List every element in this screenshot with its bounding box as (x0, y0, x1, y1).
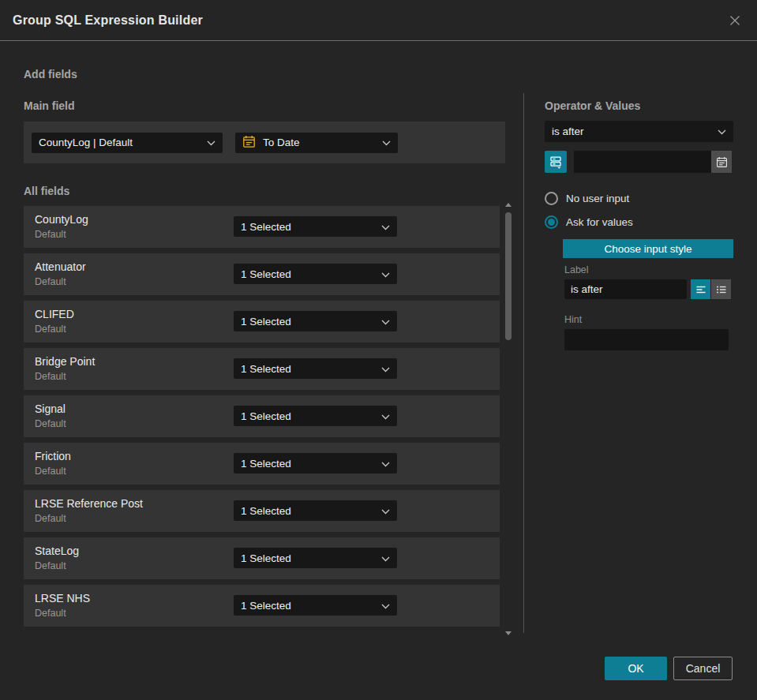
operator-values-panel: Operator & Values is after (545, 99, 733, 350)
radio-no-user-input[interactable]: No user input (545, 192, 733, 205)
field-row-attenuator: Attenuator Default 1 Selected (24, 253, 500, 295)
hint-input[interactable] (564, 329, 729, 350)
field-selected-dropdown[interactable]: 1 Selected (234, 311, 397, 331)
field-selected-dropdown[interactable]: 1 Selected (234, 264, 397, 284)
list-icon[interactable] (711, 279, 731, 299)
chevron-down-icon (381, 505, 390, 517)
field-selected-dropdown[interactable]: 1 Selected (234, 500, 397, 521)
value-input[interactable] (574, 151, 711, 173)
dialog-title: Group SQL Expression Builder (13, 13, 203, 28)
chevron-down-icon (381, 316, 390, 328)
calendar-picker-icon[interactable] (711, 151, 732, 173)
calendar-icon (242, 135, 256, 151)
operator-values-heading: Operator & Values (545, 99, 733, 112)
all-fields-heading: All fields (24, 185, 69, 197)
radio-icon (545, 192, 558, 205)
ok-button[interactable]: OK (605, 657, 667, 680)
field-selected-value: 1 Selected (241, 505, 291, 517)
field-selected-dropdown[interactable]: 1 Selected (234, 358, 397, 379)
operator-dropdown[interactable]: is after (545, 121, 733, 142)
all-fields-list: CountyLog Default 1 Selected Attenuator … (24, 206, 500, 627)
date-mode-dropdown-value: To Date (263, 137, 300, 148)
field-row-statelog: StateLog Default 1 Selected (24, 537, 500, 579)
chevron-down-icon (381, 458, 390, 470)
chevron-down-icon (381, 552, 390, 564)
field-row-countylog: CountyLog Default 1 Selected (24, 206, 500, 248)
date-mode-dropdown[interactable]: To Date (235, 133, 398, 153)
chevron-down-icon (381, 363, 390, 375)
label-caption: Label (564, 264, 733, 275)
field-row-signal: Signal Default 1 Selected (24, 395, 500, 437)
radio-ask-for-values[interactable]: Ask for values (545, 215, 733, 229)
radio-selected-icon (545, 215, 558, 229)
main-field-dropdown-value: CountyLog | Default (39, 137, 133, 148)
field-row-bridge-point: Bridge Point Default 1 Selected (24, 348, 500, 390)
chevron-down-icon (381, 268, 390, 280)
choose-input-style-button[interactable]: Choose input style (563, 239, 733, 258)
operator-dropdown-value: is after (552, 125, 584, 137)
group-sql-expression-builder-dialog: Group SQL Expression Builder Add fields … (0, 0, 757, 700)
chevron-down-icon (381, 410, 390, 422)
chevron-down-icon (207, 137, 215, 148)
hint-caption: Hint (564, 314, 733, 325)
radio-label: No user input (566, 193, 629, 204)
chevron-down-icon (718, 125, 726, 137)
field-selected-value: 1 Selected (241, 600, 291, 612)
field-selected-value: 1 Selected (241, 221, 291, 233)
radio-label: Ask for values (566, 216, 633, 228)
field-selected-value: 1 Selected (241, 268, 291, 280)
close-icon[interactable] (725, 11, 744, 30)
field-selected-value: 1 Selected (241, 552, 291, 564)
field-selected-dropdown[interactable]: 1 Selected (234, 453, 397, 474)
field-selected-value: 1 Selected (241, 363, 291, 375)
main-field-heading: Main field (24, 99, 75, 112)
add-fields-heading: Add fields (24, 68, 77, 80)
field-row-clifed: CLIFED Default 1 Selected (24, 301, 500, 343)
value-input-row (545, 151, 733, 173)
panel-divider (523, 93, 524, 633)
field-selected-dropdown[interactable]: 1 Selected (234, 595, 397, 616)
main-field-panel: CountyLog | Default To Date (24, 122, 505, 163)
list-scrollbar[interactable] (504, 202, 513, 636)
field-selected-value: 1 Selected (241, 410, 291, 422)
field-selected-dropdown[interactable]: 1 Selected (234, 406, 397, 426)
label-input-row (564, 279, 733, 299)
scrollbar-thumb[interactable] (505, 212, 512, 340)
field-row-lrse-reference-post: LRSE Reference Post Default 1 Selected (24, 490, 500, 532)
main-field-dropdown[interactable]: CountyLog | Default (32, 133, 223, 153)
field-row-lrse-nhs: LRSE NHS Default 1 Selected (24, 585, 500, 627)
field-row-friction: Friction Default 1 Selected (24, 443, 500, 485)
scroll-up-icon[interactable] (505, 203, 512, 207)
dialog-footer: OK Cancel (605, 657, 733, 680)
chevron-down-icon (382, 137, 391, 148)
stack-input-icon[interactable] (545, 151, 567, 173)
chevron-down-icon (381, 221, 390, 233)
chevron-down-icon (381, 600, 390, 612)
field-selected-value: 1 Selected (241, 458, 291, 470)
align-left-icon[interactable] (691, 279, 710, 299)
scroll-down-icon[interactable] (505, 631, 512, 635)
field-selected-dropdown[interactable]: 1 Selected (234, 216, 397, 237)
field-selected-dropdown[interactable]: 1 Selected (234, 548, 397, 568)
cancel-button[interactable]: Cancel (673, 657, 733, 680)
dialog-titlebar: Group SQL Expression Builder (0, 0, 757, 41)
field-selected-value: 1 Selected (241, 316, 291, 328)
label-input[interactable] (564, 279, 687, 299)
